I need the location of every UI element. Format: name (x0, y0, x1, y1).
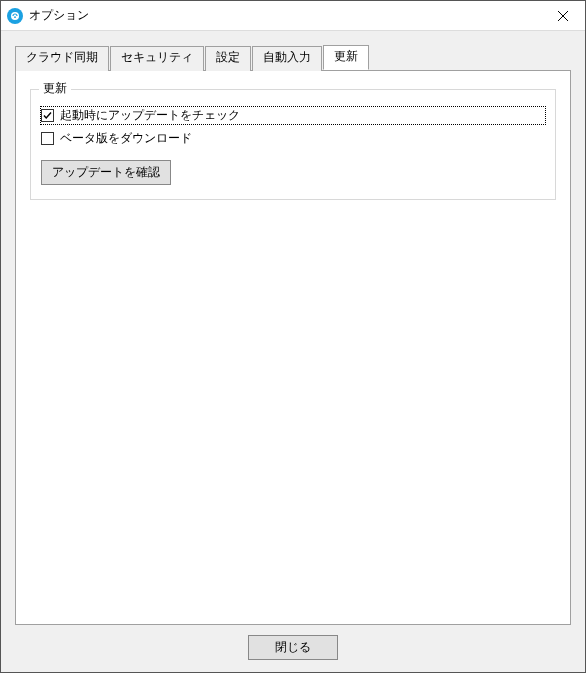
svg-point-1 (14, 16, 16, 18)
window-close-button[interactable] (540, 1, 585, 31)
checkbox-beta-download[interactable]: ベータ版をダウンロード (41, 130, 545, 147)
update-fieldset: 更新 起動時にアップデートをチェック ベータ版をダウンロード アップデートを確認 (30, 89, 556, 200)
tab-row: クラウド同期 セキュリティ 設定 自動入力 更新 (15, 45, 571, 70)
checkbox-label: ベータ版をダウンロード (60, 130, 192, 147)
dialog-footer: 閉じる (15, 635, 571, 664)
checkbox-box (41, 132, 54, 145)
tab-settings[interactable]: 設定 (205, 46, 251, 71)
checkmark-icon (42, 110, 53, 121)
app-icon (7, 8, 23, 24)
tab-panel-update: 更新 起動時にアップデートをチェック ベータ版をダウンロード アップデートを確認 (15, 70, 571, 625)
fieldset-legend: 更新 (39, 80, 71, 97)
titlebar: オプション (1, 1, 585, 31)
checkbox-startup-update[interactable]: 起動時にアップデートをチェック (41, 107, 545, 124)
checkbox-label: 起動時にアップデートをチェック (60, 107, 240, 124)
close-icon (558, 11, 568, 21)
window-title: オプション (29, 7, 89, 24)
close-button[interactable]: 閉じる (248, 635, 338, 660)
check-updates-button[interactable]: アップデートを確認 (41, 160, 171, 185)
svg-point-0 (11, 12, 19, 20)
content-area: クラウド同期 セキュリティ 設定 自動入力 更新 更新 起動時にアップデートをチ… (1, 31, 585, 673)
tab-update[interactable]: 更新 (323, 45, 369, 70)
tab-autofill[interactable]: 自動入力 (252, 46, 322, 71)
tab-cloud-sync[interactable]: クラウド同期 (15, 46, 109, 71)
checkbox-box (41, 109, 54, 122)
tab-security[interactable]: セキュリティ (110, 46, 204, 71)
